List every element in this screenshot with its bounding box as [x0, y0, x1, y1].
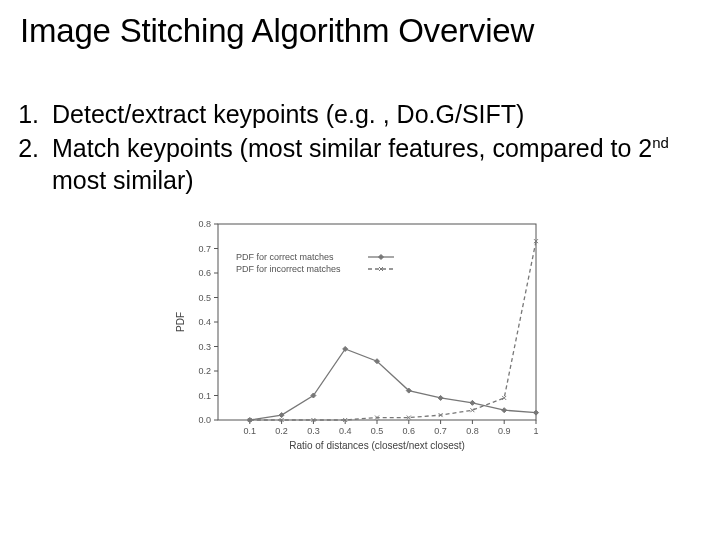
superscript: nd: [652, 134, 669, 151]
svg-text:PDF for correct matches: PDF for correct matches: [236, 252, 334, 262]
list-item: Detect/extract keypoints (e.g. , Do.G/SI…: [46, 98, 700, 130]
svg-text:0.6: 0.6: [403, 426, 416, 436]
list-item-text: Detect/extract keypoints (e.g. , Do.G/SI…: [52, 100, 524, 128]
svg-marker-49: [502, 408, 507, 413]
bullet-list: Detect/extract keypoints (e.g. , Do.G/SI…: [46, 98, 700, 196]
svg-text:0.3: 0.3: [307, 426, 320, 436]
page-title: Image Stitching Algorithm Overview: [20, 12, 700, 50]
svg-text:0.3: 0.3: [198, 342, 211, 352]
svg-text:PDF: PDF: [175, 312, 186, 332]
list-item-text-a: Match keypoints (most similar features, …: [52, 134, 652, 162]
svg-text:1: 1: [533, 426, 538, 436]
svg-text:Ratio of distances (closest/ne: Ratio of distances (closest/next closest…: [289, 440, 465, 451]
svg-text:0.8: 0.8: [466, 426, 479, 436]
svg-text:0.1: 0.1: [244, 426, 257, 436]
svg-text:0.0: 0.0: [198, 415, 211, 425]
svg-text:0.9: 0.9: [498, 426, 511, 436]
svg-marker-50: [534, 410, 539, 415]
svg-text:0.6: 0.6: [198, 268, 211, 278]
svg-text:0.7: 0.7: [198, 244, 211, 254]
chart-container: 0.00.10.20.30.40.50.60.70.80.10.20.30.40…: [170, 214, 550, 454]
svg-text:0.4: 0.4: [198, 317, 211, 327]
svg-text:PDF for incorrect matches: PDF for incorrect matches: [236, 264, 341, 274]
svg-marker-73: [379, 255, 384, 260]
svg-marker-47: [438, 395, 443, 400]
svg-text:0.1: 0.1: [198, 391, 211, 401]
list-item: Match keypoints (most similar features, …: [46, 132, 700, 196]
svg-marker-48: [470, 400, 475, 405]
list-item-text-b: most similar): [52, 166, 194, 194]
svg-text:0.5: 0.5: [198, 293, 211, 303]
pdf-ratio-chart: 0.00.10.20.30.40.50.60.70.80.10.20.30.40…: [170, 214, 550, 454]
svg-text:0.2: 0.2: [198, 366, 211, 376]
svg-text:0.2: 0.2: [275, 426, 288, 436]
svg-text:0.8: 0.8: [198, 219, 211, 229]
svg-text:0.5: 0.5: [371, 426, 384, 436]
slide: Image Stitching Algorithm Overview Detec…: [0, 0, 720, 540]
svg-text:0.7: 0.7: [434, 426, 447, 436]
svg-text:0.4: 0.4: [339, 426, 352, 436]
